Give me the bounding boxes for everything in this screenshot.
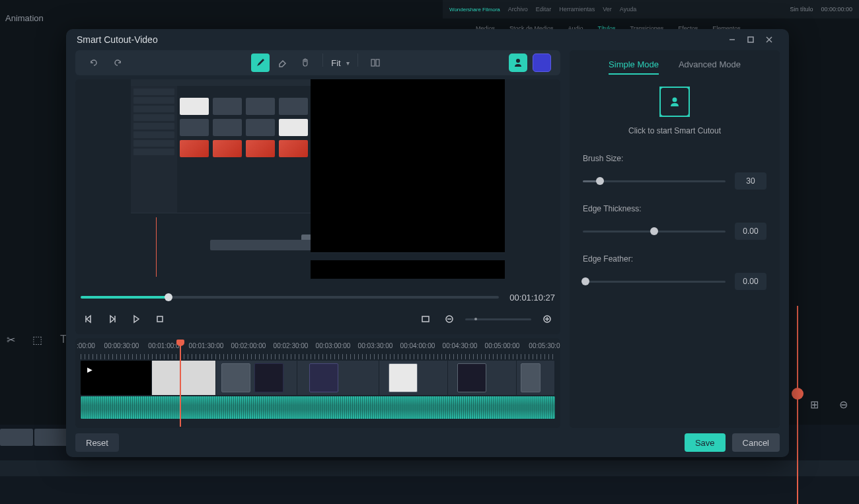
color-swatch[interactable]	[533, 54, 551, 72]
edge-thickness-value[interactable]: 0.00	[735, 223, 766, 240]
playback-time: 00:01:10:27	[509, 293, 555, 303]
edge-thickness-label: Edge Thickness:	[583, 204, 766, 213]
ruler-timestamp: 00:02:00:00	[231, 342, 266, 349]
minus-icon: ⊖	[839, 398, 852, 412]
add-icon: ⊞	[810, 398, 823, 412]
ruler-timestamp: 00:02:30:00	[274, 342, 309, 349]
tab-simple-mode[interactable]: Simple Mode	[609, 59, 659, 75]
brush-size-slider[interactable]	[583, 180, 726, 182]
next-frame-button[interactable]	[104, 311, 120, 327]
eraser-icon	[278, 57, 288, 68]
zoom-in-icon	[542, 314, 552, 324]
undo-button[interactable]	[85, 54, 103, 72]
undo-icon	[89, 57, 99, 68]
compare-icon	[370, 57, 381, 68]
person-scan-icon	[667, 94, 682, 109]
minimize-icon	[728, 36, 736, 44]
stop-icon	[155, 314, 165, 324]
modal-footer: Reset Save Cancel	[66, 428, 789, 457]
close-button[interactable]	[760, 30, 778, 49]
ruler-timestamp: 00:01:30:00	[189, 342, 224, 349]
video-clip[interactable]	[448, 361, 517, 395]
slider-handle[interactable]	[581, 277, 589, 285]
crop-icon: ⬚	[30, 333, 44, 346]
start-cutout-button[interactable]	[659, 87, 690, 117]
video-clip[interactable]	[216, 361, 298, 395]
smart-cutout-modal: Smart Cutout-Video	[66, 29, 789, 457]
edge-feather-label: Edge Feather:	[583, 254, 766, 264]
close-icon	[765, 36, 773, 44]
preview-scrubber[interactable]: 00:01:10:27	[81, 289, 555, 305]
audio-track[interactable]	[81, 396, 555, 419]
video-track[interactable]: ▶	[81, 361, 555, 395]
bg-clip	[34, 429, 67, 446]
redo-button[interactable]	[108, 54, 127, 72]
svg-rect-1	[748, 37, 753, 42]
video-clip[interactable]	[297, 361, 379, 395]
brush-size-value[interactable]: 30	[735, 172, 766, 190]
subject-swatch[interactable]	[509, 54, 527, 72]
timeline-ruler[interactable]: :00:0000:00:30:0000:01:00:000:01:30:0000…	[75, 342, 560, 359]
play-icon: ▶	[87, 366, 93, 373]
stop-button[interactable]	[152, 311, 168, 327]
bg-menu: Editar	[536, 6, 552, 13]
video-clip[interactable]: ▶	[81, 361, 152, 395]
cancel-button[interactable]: Cancel	[732, 433, 780, 452]
edge-feather-value[interactable]: 0.00	[735, 273, 766, 290]
scrubber-track[interactable]	[81, 296, 499, 299]
edge-thickness-slider[interactable]	[583, 231, 726, 233]
timeline-playhead[interactable]	[180, 341, 181, 427]
bg-menu: Ayuda	[620, 6, 636, 13]
preview-result	[311, 79, 505, 279]
edge-feather-group: Edge Feather: 0.00	[583, 254, 766, 290]
person-icon	[513, 57, 523, 68]
eraser-tool-button[interactable]	[274, 54, 292, 72]
bg-timecode-right: 00:00:00:00	[821, 6, 852, 13]
preview-source	[131, 79, 311, 279]
play-icon	[131, 314, 141, 324]
ruler-timestamp: :00:00	[77, 342, 95, 349]
ruler-timestamp: 00:05:00:00	[485, 342, 520, 349]
reset-button[interactable]: Reset	[75, 433, 119, 452]
scrubber-handle[interactable]	[165, 293, 172, 301]
compare-button[interactable]	[366, 54, 385, 72]
brand-logo: Wondershare Filmora	[449, 7, 500, 13]
maximize-icon	[747, 36, 755, 44]
zoom-dropdown[interactable]: Fit ▾	[331, 54, 349, 72]
video-clip[interactable]	[152, 361, 216, 395]
edge-feather-slider[interactable]	[583, 281, 726, 283]
zoom-slider[interactable]	[465, 318, 531, 320]
tab-advanced-mode[interactable]: Advanced Mode	[679, 59, 741, 75]
bg-menu: Ver	[603, 6, 612, 13]
ruler-timestamp: 00:05:30:0	[529, 342, 560, 349]
slider-handle[interactable]	[596, 177, 604, 185]
aspect-icon	[421, 314, 430, 324]
svg-point-16	[673, 98, 677, 102]
prev-frame-button[interactable]	[81, 311, 96, 327]
zoom-out-button[interactable]	[441, 311, 457, 327]
prev-frame-icon	[84, 314, 93, 324]
start-cutout-text: Click to start Smart Cutout	[628, 126, 721, 135]
svg-rect-4	[371, 59, 375, 66]
brush-tool-button[interactable]	[251, 54, 270, 72]
right-panel: Simple Mode Advanced Mode Click to start…	[570, 50, 780, 428]
svg-rect-9	[157, 316, 163, 322]
slider-handle[interactable]	[650, 227, 658, 235]
aspect-button[interactable]	[418, 311, 433, 327]
modal-timeline: :00:0000:00:30:0000:01:00:000:01:30:0000…	[75, 338, 560, 428]
play-button[interactable]	[128, 311, 144, 327]
minimize-button[interactable]	[723, 30, 741, 49]
preview-area: 00:01:10:27	[75, 79, 560, 334]
save-button[interactable]: Save	[685, 433, 726, 452]
svg-rect-5	[376, 59, 379, 66]
hand-tool-button[interactable]	[296, 54, 315, 72]
chevron-down-icon: ▾	[346, 59, 350, 67]
zoom-label: Fit	[331, 58, 340, 68]
zoom-in-button[interactable]	[539, 311, 555, 327]
bg-playhead	[797, 306, 798, 504]
preview-toolbar: Fit ▾	[75, 50, 560, 75]
video-clip[interactable]	[517, 361, 555, 395]
maximize-button[interactable]	[741, 30, 760, 49]
video-clip[interactable]	[379, 361, 448, 395]
start-cutout-box: Click to start Smart Cutout	[583, 87, 766, 135]
